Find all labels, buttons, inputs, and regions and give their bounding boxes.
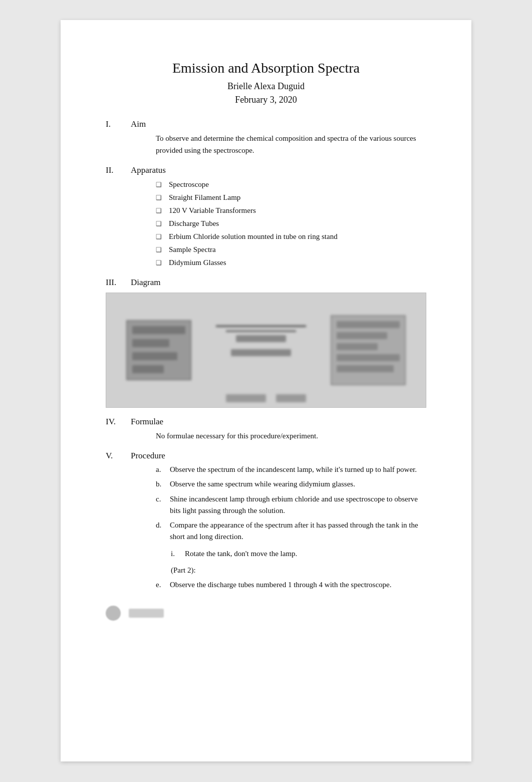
diagram-bar [132,352,177,360]
section-apparatus-title: Apparatus [131,165,166,175]
bullet-icon: ❑ [156,258,165,269]
diagram-left-block [126,320,191,380]
diagram-right-block [331,315,406,385]
diagram-bar [337,354,400,361]
sub-step-list: i. Rotate the tank, don't move the lamp. [171,548,297,561]
diagram-bar [337,343,378,350]
step-text-a: Observe the spectrum of the incandescent… [170,464,426,475]
step-label-d: d. [156,519,167,531]
section-diagram: III. Diagram [106,278,426,408]
section-diagram-numeral: III. [106,278,131,288]
diagram-bar [337,365,393,372]
aim-text: To observe and determine the chemical co… [156,132,426,156]
list-item: b. Observe the same spectrum while weari… [156,478,426,490]
diagram-line [216,325,306,327]
sub-step-label-i: i. [171,548,182,560]
apparatus-item-4: Discharge Tubes [169,217,219,229]
list-item: d. Compare the appearance of the spectru… [156,519,426,576]
section-aim-header: I. Aim [106,119,426,129]
diagram-label [231,349,291,356]
list-item: ❑ 120 V Variable Transformers [156,204,426,216]
list-item: ❑ Straight Filament Lamp [156,191,426,203]
footer-icon [106,606,121,621]
section-procedure-title: Procedure [131,451,165,461]
diagram-bar [132,339,169,347]
list-item: ❑ Erbium Chloride solution mounted in tu… [156,230,426,242]
diagram-bar [132,326,185,334]
section-aim-numeral: I. [106,119,131,129]
apparatus-list: ❑ Spectroscope ❑ Straight Filament Lamp … [156,178,426,269]
section-formulae-header: IV. Formulae [106,417,426,427]
diagram-bar [337,332,387,339]
section-procedure-body: a. Observe the spectrum of the incandesc… [106,464,426,591]
diagram-center [211,325,311,375]
diagram-label-box [276,394,306,402]
apparatus-item-2: Straight Filament Lamp [169,191,240,203]
footer-area [106,606,426,621]
step-label-e: e. [156,579,167,591]
section-diagram-header: III. Diagram [106,278,426,288]
diagram-label [236,335,286,342]
section-apparatus-header: II. Apparatus [106,165,426,175]
step-label-c: c. [156,493,167,505]
section-procedure-header: V. Procedure [106,451,426,461]
section-aim: I. Aim To observe and determine the chem… [106,119,426,156]
section-apparatus-numeral: II. [106,165,131,175]
section-procedure: V. Procedure a. Observe the spectrum of … [106,451,426,591]
author-name: Brielle Alexa Duguid [106,81,426,92]
part-note: (Part 2): [171,565,196,576]
section-formulae-body: No formulae necessary for this procedure… [106,430,426,442]
list-item: ❑ Spectroscope [156,178,426,190]
document-date: February 3, 2020 [106,95,426,105]
document-page: Emission and Absorption Spectra Brielle … [61,20,471,761]
diagram-bar [337,321,400,328]
list-item: a. Observe the spectrum of the incandesc… [156,464,426,475]
section-apparatus-body: ❑ Spectroscope ❑ Straight Filament Lamp … [106,178,426,269]
procedure-list: a. Observe the spectrum of the incandesc… [156,464,426,591]
step-label-a: a. [156,464,167,475]
list-item: e. Observe the discharge tubes numbered … [156,579,426,591]
section-apparatus: II. Apparatus ❑ Spectroscope ❑ Straight … [106,165,426,269]
section-diagram-title: Diagram [131,278,160,288]
bullet-icon: ❑ [156,180,165,190]
apparatus-item-1: Spectroscope [169,178,209,190]
bullet-icon: ❑ [156,232,165,242]
section-aim-body: To observe and determine the chemical co… [106,132,426,156]
step-text-b: Observe the same spectrum while wearing … [170,478,426,490]
step-text-c: Shine incandescent lamp through erbium c… [170,493,426,517]
section-formulae: IV. Formulae No formulae necessary for t… [106,417,426,442]
page-title: Emission and Absorption Spectra [106,60,426,76]
section-formulae-title: Formulae [131,417,163,427]
section-procedure-numeral: V. [106,451,131,461]
diagram-bar [132,365,164,373]
bullet-icon: ❑ [156,206,165,216]
step-text-d: Compare the appearance of the spectrum a… [170,519,426,543]
section-formulae-numeral: IV. [106,417,131,427]
diagram-image [106,293,426,408]
diagram-bottom-labels [226,394,306,402]
footer-text [129,609,164,618]
apparatus-item-7: Didymium Glasses [169,256,226,269]
list-item: ❑ Didymium Glasses [156,256,426,269]
formulae-text: No formulae necessary for this procedure… [156,430,426,442]
apparatus-item-5: Erbium Chloride solution mounted in tube… [169,230,338,242]
step-text-e: Observe the discharge tubes numbered 1 t… [170,579,426,591]
section-aim-title: Aim [131,119,146,129]
bullet-icon: ❑ [156,193,165,203]
bullet-icon: ❑ [156,245,165,255]
bullet-icon: ❑ [156,219,165,229]
diagram-label-box [226,394,266,402]
apparatus-item-3: 120 V Variable Transformers [169,204,256,216]
step-label-b: b. [156,478,167,490]
apparatus-item-6: Sample Spectra [169,243,216,255]
list-item: ❑ Discharge Tubes [156,217,426,229]
list-item: ❑ Sample Spectra [156,243,426,255]
sub-step-text-i: Rotate the tank, don't move the lamp. [185,548,297,560]
list-item: i. Rotate the tank, don't move the lamp. [171,548,297,560]
diagram-content [106,293,426,407]
diagram-line [226,330,296,332]
list-item: c. Shine incandescent lamp through erbiu… [156,493,426,517]
